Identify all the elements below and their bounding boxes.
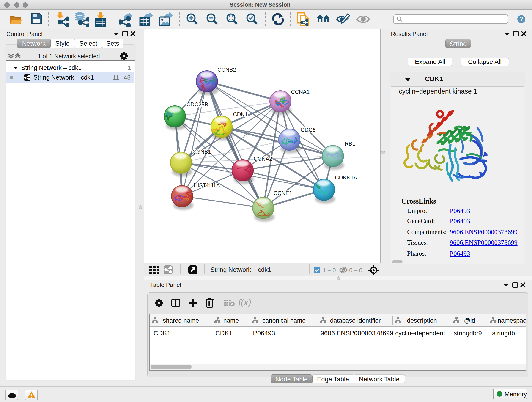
svg-text:CCNB2: CCNB2 (217, 66, 236, 73)
svg-text:RB1: RB1 (345, 140, 355, 147)
svg-text:CCNA1: CCNA1 (291, 89, 310, 95)
svg-text:CCNA2: CCNA2 (254, 156, 272, 162)
svg-text:CDC25B: CDC25B (186, 101, 208, 108)
svg-text:CDC6: CDC6 (301, 127, 316, 133)
svg-text:HIST1H1A: HIST1H1A (194, 182, 220, 188)
svg-text:CCNB1: CCNB1 (192, 148, 211, 155)
svg-text:CCNE1: CCNE1 (273, 190, 292, 196)
svg-text:CDKN1A: CDKN1A (335, 174, 357, 181)
svg-text:CDK1: CDK1 (233, 111, 248, 117)
